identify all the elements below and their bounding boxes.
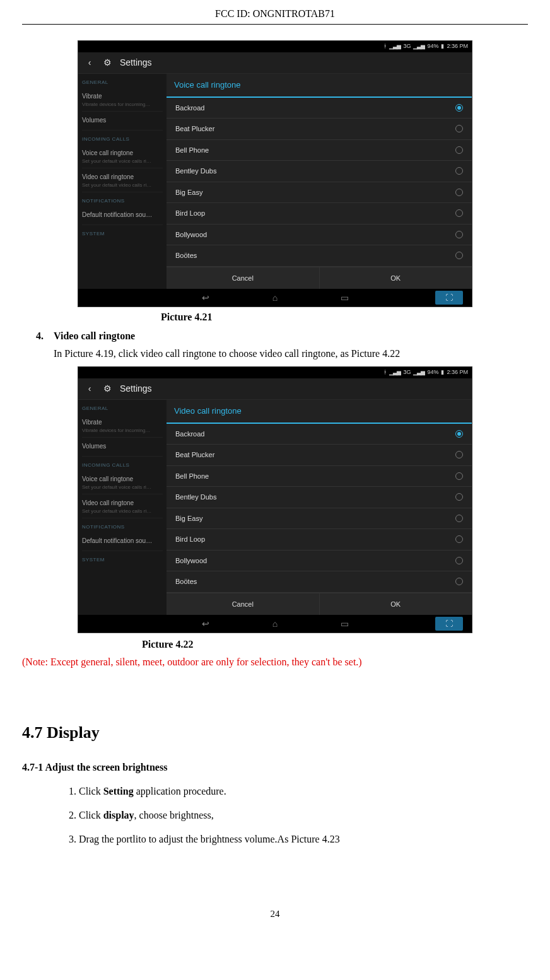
radio-icon[interactable] [455, 472, 463, 480]
item-voice-ringtone[interactable]: Voice call ringtone [82, 144, 163, 159]
steps-list: Click Setting application procedure.Clic… [79, 784, 528, 847]
radio-icon[interactable] [455, 451, 463, 458]
cancel-button[interactable]: Cancel [167, 267, 319, 289]
ringtone-label: Backroad [175, 103, 204, 114]
item-4-body: In Picture 4.19, click video call ringto… [54, 346, 528, 361]
step-pre: Click [79, 786, 103, 796]
item-default-notif[interactable]: Default notification sou… [82, 206, 163, 221]
section-notifications: NOTIFICATIONS [82, 197, 163, 205]
radio-icon[interactable] [455, 252, 463, 259]
ringtone-option[interactable]: Bell Phone [167, 466, 472, 487]
settings-left-panel: GENERAL Vibrate Vibrate devices for inco… [78, 74, 167, 289]
dialog-title-2: Video call ringtone [167, 400, 472, 424]
item-video-sub: Set your default video calls ri… [82, 509, 163, 514]
step-item: Drag the portlito to adjust the brightne… [79, 832, 528, 847]
battery-label: 94% [427, 368, 438, 377]
radio-icon[interactable] [455, 231, 463, 238]
ringtone-option[interactable]: Beat Plucker [167, 119, 472, 140]
signal-icon: ▁▃▅ [389, 368, 401, 377]
screenshot-nav-icon[interactable]: ⛶ [435, 617, 463, 631]
back-icon[interactable]: ‹ [85, 58, 95, 68]
item-default-notif[interactable]: Default notification sou… [82, 532, 163, 547]
screenshot-voice-call-ringtone: ᚼ ▁▃▅ 3G ▁▃▅ 94% ▮ 2:36 PM ‹ ⚙ Settings … [78, 40, 472, 307]
ringtone-option[interactable]: Beat Plucker [167, 445, 472, 466]
ringtone-option[interactable]: Bentley Dubs [167, 161, 472, 182]
radio-icon[interactable] [455, 146, 463, 154]
header-rule [22, 24, 528, 25]
ringtone-label: Bell Phone [175, 145, 209, 156]
ringtone-option[interactable]: Bentley Dubs [167, 487, 472, 508]
ringtone-option[interactable]: Bollywood [167, 551, 472, 572]
signal2-icon: ▁▃▅ [413, 42, 424, 51]
recent-nav-icon[interactable]: ▭ [338, 291, 351, 305]
ringtone-option[interactable]: Bollywood [167, 225, 472, 246]
item-volumes[interactable]: Volumes [82, 112, 163, 126]
screenshot-nav-icon[interactable]: ⛶ [435, 291, 463, 305]
radio-icon[interactable] [455, 125, 463, 132]
action-bar-2: ‹ ⚙ Settings [78, 378, 472, 400]
item-video-sub: Set your default video calls ri… [82, 183, 163, 188]
gear-icon: ⚙ [102, 58, 112, 68]
recent-nav-icon[interactable]: ▭ [338, 617, 351, 631]
ringtone-option[interactable]: Backroad [167, 98, 472, 119]
item-vibrate[interactable]: Vibrate [82, 88, 163, 102]
ringtone-option[interactable]: Bird Loop [167, 529, 472, 551]
item-voice-sub: Set your default voice calls ri… [82, 485, 163, 490]
ok-button-2[interactable]: OK [319, 593, 472, 615]
ringtone-option[interactable]: Boötes [167, 245, 472, 267]
dialog-voice-ringtone: Voice call ringtone BackroadBeat Plucker… [167, 74, 472, 289]
section-47-title: 4.7 Display [22, 720, 528, 745]
ringtone-list: BackroadBeat PluckerBell PhoneBentley Du… [167, 98, 472, 267]
cancel-button-2[interactable]: Cancel [167, 593, 319, 615]
actionbar-title: Settings [120, 56, 152, 69]
ringtone-option[interactable]: Bird Loop [167, 203, 472, 225]
radio-icon[interactable] [455, 515, 463, 522]
item-volumes[interactable]: Volumes [82, 438, 163, 452]
dialog-title: Voice call ringtone [167, 74, 472, 98]
radio-icon[interactable] [455, 104, 463, 112]
ringtone-label: Bird Loop [175, 208, 205, 219]
radio-icon[interactable] [455, 189, 463, 196]
ringtone-label: Boötes [175, 250, 197, 261]
bluetooth-icon: ᚼ [383, 368, 387, 377]
ringtone-label: Backroad [175, 429, 204, 440]
ringtone-option[interactable]: Backroad [167, 424, 472, 445]
battery-label: 94% [427, 42, 438, 51]
caption-pic422: Picture 4.22 [142, 637, 528, 652]
ringtone-label: Bell Phone [175, 471, 209, 482]
ringtone-option[interactable]: Big Easy [167, 182, 472, 204]
section-incoming: INCOMING CALLS [82, 462, 163, 469]
item-vibrate[interactable]: Vibrate [82, 414, 163, 428]
ringtone-label: Bollywood [175, 556, 207, 566]
radio-icon[interactable] [455, 209, 463, 217]
page-header: FCC ID: ONGNITROTAB71 [22, 6, 528, 24]
settings-left-panel-2: GENERAL Vibrate Vibrate devices for inco… [78, 400, 167, 615]
net-label: 3G [403, 368, 411, 377]
bluetooth-icon: ᚼ [383, 42, 387, 51]
radio-icon[interactable] [455, 535, 463, 543]
radio-icon[interactable] [455, 430, 463, 438]
step-post: application procedure. [134, 786, 226, 796]
step-bold: Setting [103, 786, 134, 796]
ok-button[interactable]: OK [319, 267, 472, 289]
home-nav-icon[interactable]: ⌂ [269, 617, 281, 631]
home-nav-icon[interactable]: ⌂ [269, 291, 281, 305]
item-video-ringtone[interactable]: Video call ringtone [82, 494, 163, 509]
ringtone-option[interactable]: Bell Phone [167, 140, 472, 161]
ringtone-option[interactable]: Boötes [167, 571, 472, 593]
back-nav-icon[interactable]: ↩ [199, 291, 212, 305]
ringtone-option[interactable]: Big Easy [167, 508, 472, 530]
radio-icon[interactable] [455, 167, 463, 175]
item-video-ringtone[interactable]: Video call ringtone [82, 168, 163, 183]
note-red: (Note: Except general, silent, meet, out… [22, 655, 528, 670]
back-icon[interactable]: ‹ [85, 384, 95, 394]
radio-icon[interactable] [455, 578, 463, 585]
section-general: GENERAL [82, 79, 163, 86]
item-vibrate-sub: Vibrate devices for incoming… [82, 102, 163, 107]
item-voice-ringtone[interactable]: Voice call ringtone [82, 470, 163, 485]
signal-icon: ▁▃▅ [389, 42, 401, 51]
back-nav-icon[interactable]: ↩ [199, 617, 212, 631]
radio-icon[interactable] [455, 493, 463, 501]
radio-icon[interactable] [455, 557, 463, 564]
clock-label: 2:36 PM [447, 368, 468, 377]
